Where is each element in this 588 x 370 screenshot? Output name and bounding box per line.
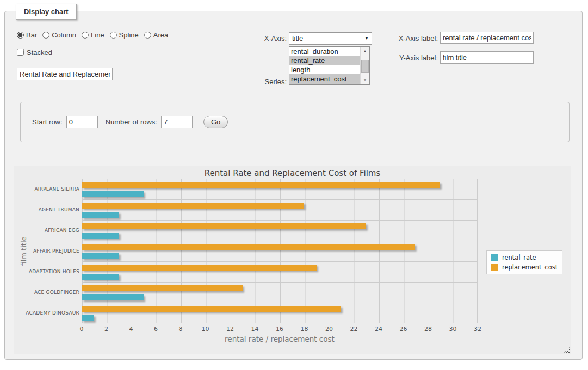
plot-area bbox=[82, 179, 478, 323]
display-chart-fieldset: Display chart BarColumnLineSplineArea St… bbox=[4, 11, 583, 360]
chart-type-option-bar: Bar bbox=[17, 31, 37, 39]
x-tick-label: 10 bbox=[202, 325, 209, 333]
chart-title-input[interactable] bbox=[17, 68, 113, 80]
x-tick-label: 8 bbox=[179, 325, 183, 333]
x-tick-label: 30 bbox=[449, 325, 457, 333]
x-tick-label: 6 bbox=[154, 325, 158, 333]
legend-item-rental-rate: rental_rate bbox=[491, 254, 558, 261]
scroll-up-icon[interactable]: ▲ bbox=[361, 47, 369, 55]
chart-type-option-column: Column bbox=[42, 31, 76, 39]
legend-item-replacement-cost: replacement_cost bbox=[491, 264, 558, 271]
x-tick-label: 26 bbox=[400, 325, 407, 333]
x-tick-label: 22 bbox=[350, 325, 358, 333]
x-tick-label: 32 bbox=[474, 325, 481, 333]
category-label: ACADEMY DINOSAUR bbox=[14, 303, 79, 323]
chart-type-option-line: Line bbox=[82, 31, 104, 39]
bar-replacement-cost bbox=[82, 265, 317, 271]
x-axis-select-label: X-Axis: bbox=[251, 34, 287, 42]
category-label: AIRPLANE SIERRA bbox=[14, 179, 79, 199]
resize-handle-icon[interactable] bbox=[564, 347, 570, 353]
y-axis-label-input[interactable] bbox=[440, 51, 534, 64]
chart-type-label: Bar bbox=[26, 31, 37, 39]
chart-band-agent-truman bbox=[82, 200, 477, 221]
chart-band-affair-prejudice bbox=[82, 241, 477, 262]
chart-band-ace-goldfinger bbox=[82, 283, 477, 303]
x-tick-label: 4 bbox=[129, 325, 133, 333]
chart-band-adaptation-holes bbox=[82, 262, 477, 283]
chart-band-academy-dinosaur bbox=[82, 303, 477, 324]
chart-type-radio-area[interactable] bbox=[144, 32, 151, 39]
go-button[interactable]: Go bbox=[203, 116, 228, 128]
category-label: AGENT TRUMAN bbox=[14, 199, 79, 220]
x-tick-label: 0 bbox=[80, 325, 84, 333]
bar-rental-rate bbox=[82, 233, 119, 239]
series-select-label: Series: bbox=[251, 78, 287, 86]
start-row-input[interactable] bbox=[66, 116, 98, 128]
x-tick-label: 28 bbox=[424, 325, 432, 333]
chart-type-label: Column bbox=[52, 31, 76, 39]
chart-legend: rental_ratereplacement_cost bbox=[486, 250, 562, 274]
series-option-rental-duration[interactable]: rental_duration bbox=[289, 47, 360, 56]
stacked-label: Stacked bbox=[27, 48, 52, 57]
bar-rental-rate bbox=[82, 212, 119, 218]
stacked-checkbox-row: Stacked bbox=[17, 48, 52, 57]
x-axis-selected-value: title bbox=[292, 34, 303, 42]
stacked-checkbox[interactable] bbox=[17, 49, 24, 56]
category-label: ACE GOLDFINGER bbox=[14, 282, 79, 303]
chart-container: Rental Rate and Replacement Cost of Film… bbox=[14, 166, 571, 354]
x-tick-label: 2 bbox=[104, 325, 108, 333]
x-axis-label-input[interactable] bbox=[440, 32, 534, 44]
category-label: AFRICAN EGG bbox=[14, 220, 79, 241]
bar-rental-rate bbox=[82, 191, 144, 197]
bar-replacement-cost bbox=[82, 244, 415, 250]
series-multiselect[interactable]: rental_durationrental_ratelengthreplacem… bbox=[289, 46, 370, 85]
chart-type-option-spline: Spline bbox=[110, 31, 139, 39]
x-tick-label: 12 bbox=[226, 325, 234, 333]
chart-type-radio-column[interactable] bbox=[42, 32, 49, 39]
legend-label: rental_rate bbox=[502, 254, 536, 261]
chart-type-label: Spline bbox=[119, 31, 139, 39]
series-option-rental-rate[interactable]: rental_rate bbox=[289, 56, 360, 65]
chart-type-radio-group: BarColumnLineSplineArea bbox=[17, 31, 171, 39]
x-axis-title: rental rate / replacement cost bbox=[82, 335, 478, 343]
chart-type-radio-spline[interactable] bbox=[110, 32, 117, 39]
x-axis-label-field-label: X-Axis label: bbox=[392, 34, 438, 42]
y-axis-category-labels: AIRPLANE SIERRAAGENT TRUMANAFRICAN EGGAF… bbox=[14, 179, 79, 323]
bar-rental-rate bbox=[82, 315, 94, 321]
chevron-down-icon: ▼ bbox=[364, 36, 369, 41]
x-axis-select[interactable]: title ▼ bbox=[289, 32, 372, 45]
y-axis-label-field-label: Y-Axis label: bbox=[392, 54, 438, 62]
x-axis-ticks: 02468101214161820222426283032 bbox=[82, 325, 478, 333]
x-tick-label: 18 bbox=[301, 325, 308, 333]
bar-replacement-cost bbox=[82, 203, 304, 209]
scroll-down-icon[interactable]: ▼ bbox=[361, 76, 369, 84]
legend-swatch-icon bbox=[491, 264, 498, 271]
bar-replacement-cost bbox=[82, 223, 366, 229]
legend-label: replacement_cost bbox=[502, 264, 558, 271]
num-rows-label: Number of rows: bbox=[106, 118, 157, 126]
chart-title: Rental Rate and Replacement Cost of Film… bbox=[14, 168, 571, 178]
x-tick-label: 20 bbox=[325, 325, 333, 333]
num-rows-input[interactable] bbox=[161, 116, 193, 128]
chart-band-african-egg bbox=[82, 221, 477, 241]
series-option-replacement-cost[interactable]: replacement_cost bbox=[289, 74, 360, 84]
chart-type-label: Area bbox=[153, 31, 168, 39]
x-tick-label: 16 bbox=[276, 325, 283, 333]
page: Display chart BarColumnLineSplineArea St… bbox=[0, 0, 588, 370]
bar-replacement-cost bbox=[82, 182, 440, 188]
chart-type-radio-line[interactable] bbox=[82, 32, 89, 39]
series-option-length[interactable]: length bbox=[289, 65, 360, 74]
bar-rental-rate bbox=[82, 253, 119, 259]
row-range-panel: Start row: Number of rows: Go bbox=[20, 102, 570, 142]
fieldset-legend: Display chart bbox=[16, 4, 77, 20]
bar-rental-rate bbox=[82, 294, 144, 300]
bar-replacement-cost bbox=[82, 306, 341, 312]
x-tick-label: 24 bbox=[375, 325, 382, 333]
chart-type-radio-bar[interactable] bbox=[17, 32, 24, 39]
series-options: rental_durationrental_ratelengthreplacem… bbox=[289, 47, 360, 84]
scrollbar-thumb[interactable] bbox=[361, 60, 369, 73]
bar-rental-rate bbox=[82, 274, 119, 280]
series-scrollbar[interactable]: ▲ ▼ bbox=[360, 47, 369, 84]
chart-band-airplane-sierra bbox=[82, 179, 477, 200]
start-row-label: Start row: bbox=[32, 118, 63, 126]
